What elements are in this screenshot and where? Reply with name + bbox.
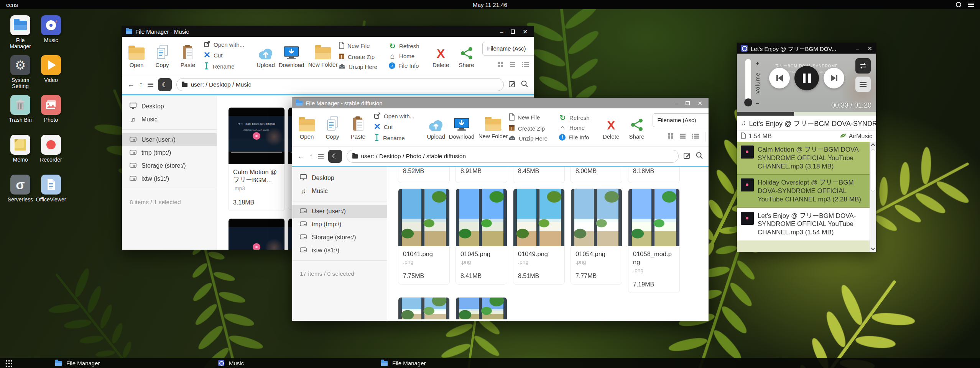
sidebar-item-ixtw-drive[interactable]: ixtw (is1:/) — [122, 172, 217, 185]
taskbar-item-file-manager-1[interactable]: File Manager — [20, 358, 183, 368]
unzip-here-button[interactable]: Unzip Here — [339, 64, 377, 70]
titlebar[interactable]: File Manager - Music – ✕ — [122, 26, 534, 37]
share-button[interactable]: Share — [627, 115, 647, 140]
dark-mode-toggle[interactable]: ☾ — [328, 150, 342, 163]
upload-button[interactable]: Upload — [426, 115, 446, 140]
sort-dropdown[interactable]: Filename (Asc) — [482, 42, 534, 56]
delete-button[interactable]: X Delete — [431, 44, 451, 68]
close-button[interactable]: ✕ — [867, 46, 872, 51]
desktop-icon-serverless[interactable]: σ Serverless — [5, 175, 35, 214]
file-info-button[interactable]: i File Info — [559, 134, 590, 141]
sidebar-item-ixtw-drive[interactable]: ixtw (is1:/) — [292, 244, 387, 257]
sidebar-item-tmp-drive[interactable]: tmp (tmp:/) — [122, 146, 217, 159]
volume-knob[interactable] — [744, 98, 752, 106]
view-list-button[interactable] — [680, 133, 686, 140]
file-card-partial[interactable]: 8.18MB — [628, 167, 680, 183]
paste-button[interactable]: Paste — [178, 44, 198, 68]
rename-button[interactable]: Rename — [374, 134, 414, 142]
file-card-partial[interactable]: 8.91MB — [455, 167, 507, 183]
playlist-item-current[interactable]: Let's Enjoy @ フリーBGM DOVA-SYNDROME OFFIC… — [737, 208, 876, 240]
upload-button[interactable]: Upload — [256, 44, 276, 68]
file-card-partial[interactable]: 8.45MB — [513, 167, 565, 183]
file-card-partial[interactable] — [398, 297, 450, 319]
new-folder-button[interactable]: + New Folder — [483, 115, 503, 139]
back-button[interactable]: ← — [127, 80, 135, 89]
playlist-scrollbar[interactable] — [870, 142, 876, 252]
refresh-button[interactable]: ↻ Refresh — [389, 43, 419, 50]
titlebar[interactable]: File Manager - stable diffusion – ✕ — [292, 98, 709, 108]
view-grid-button[interactable] — [497, 61, 503, 69]
file-card-01058-mod[interactable]: 01058_mod.png .png 7.19MB — [628, 188, 680, 293]
playlist-menu-button[interactable] — [855, 77, 871, 92]
file-card[interactable] — [228, 218, 285, 250]
desktop-icon-memo[interactable]: Memo — [5, 135, 35, 175]
app-launcher-button[interactable] — [5, 359, 12, 367]
view-detail-button[interactable] — [692, 133, 699, 140]
desktop-icon-trash-bin[interactable]: Trash Bin — [5, 95, 35, 135]
titlebar[interactable]: Let's Enjoy @ フリーBGM DOV... – ✕ — [737, 43, 876, 54]
close-button[interactable]: ✕ — [697, 100, 702, 106]
playlist-item[interactable]: Holiday Overslept @ フリーBGM DOVA-SYNDROME… — [737, 175, 876, 208]
desktop-icon-officeviewer[interactable]: OfficeViewer — [36, 175, 66, 214]
file-card-partial[interactable] — [455, 297, 507, 319]
scroll-down-icon[interactable] — [871, 246, 875, 250]
search-icon[interactable] — [521, 80, 528, 89]
up-button[interactable]: ↑ — [139, 80, 143, 89]
taskbar-item-music[interactable]: Music — [183, 358, 346, 368]
taskbar-item-file-manager-2[interactable]: File Manager — [346, 358, 509, 368]
download-button[interactable]: Download — [281, 44, 301, 68]
home-button[interactable]: ⌂ Home — [389, 52, 419, 60]
minimize-button[interactable]: – — [675, 100, 678, 106]
previous-track-button[interactable] — [769, 68, 790, 88]
create-zip-button[interactable]: Create Zip — [339, 53, 377, 61]
menu-icon[interactable] — [318, 154, 324, 159]
close-button[interactable]: ✕ — [523, 29, 528, 34]
open-with-button[interactable]: Open with... — [374, 112, 414, 120]
back-button[interactable]: ← — [298, 152, 305, 160]
sidebar-item-music[interactable]: ♫ Music — [122, 113, 217, 126]
session-spinner-icon[interactable] — [956, 2, 961, 7]
minimize-button[interactable]: – — [500, 29, 503, 34]
refresh-button[interactable]: ↻ Refresh — [559, 114, 590, 121]
pause-button[interactable] — [794, 66, 819, 90]
path-input[interactable]: user: / Desktop / Music — [176, 78, 504, 91]
maximize-button[interactable] — [511, 29, 515, 34]
desktop-icon-video[interactable]: Video — [36, 55, 66, 95]
sidebar-item-music[interactable]: ♫ Music — [292, 185, 387, 198]
path-input[interactable]: user: / Desktop / Photo / stable diffusi… — [347, 150, 679, 163]
volume-slider[interactable]: + Volume − — [745, 59, 761, 107]
sidebar-item-desktop[interactable]: Desktop — [292, 172, 387, 185]
progress-bar[interactable] — [737, 112, 876, 116]
new-file-button[interactable]: New File — [509, 113, 548, 122]
file-card-01049[interactable]: 01049.png .png 8.51MB — [513, 188, 565, 285]
sidebar-item-storage-drive[interactable]: Storage (store:/) — [292, 231, 387, 244]
new-folder-button[interactable]: + New Folder — [313, 43, 333, 68]
rename-button[interactable]: Rename — [204, 62, 244, 71]
create-zip-button[interactable]: Create Zip — [509, 124, 548, 132]
sidebar-item-desktop[interactable]: Desktop — [122, 100, 217, 113]
scroll-up-icon[interactable] — [871, 143, 875, 147]
desktop-icon-photo[interactable]: Photo — [36, 95, 66, 135]
system-menu-icon[interactable] — [968, 3, 974, 7]
file-info-button[interactable]: i File Info — [389, 62, 419, 69]
up-button[interactable]: ↑ — [309, 152, 313, 160]
sidebar-item-storage-drive[interactable]: Storage (store:/) — [122, 159, 217, 172]
file-card-01045[interactable]: 01045.png .png 8.41MB — [455, 188, 507, 285]
minimize-button[interactable]: – — [856, 46, 859, 51]
home-button[interactable]: ⌂ Home — [559, 124, 590, 131]
dark-mode-toggle[interactable]: ☾ — [158, 78, 172, 91]
volume-track[interactable] — [745, 59, 751, 104]
copy-button[interactable]: Copy — [322, 115, 342, 140]
desktop-icon-file-manager[interactable]: File Manager — [5, 15, 35, 55]
view-grid-button[interactable] — [668, 133, 674, 140]
cut-button[interactable]: Cut — [204, 51, 244, 59]
playlist-item[interactable]: Calm Motion @ フリーBGM DOVA-SYNDROME OFFIC… — [737, 142, 876, 175]
view-detail-button[interactable] — [522, 62, 529, 68]
file-card-01054[interactable]: 01054.png .png 7.77MB — [571, 188, 622, 285]
open-with-button[interactable]: Open with... — [204, 41, 244, 49]
download-button[interactable]: Download — [452, 115, 472, 140]
cut-button[interactable]: Cut — [374, 123, 414, 131]
maximize-button[interactable] — [686, 101, 690, 105]
unzip-here-button[interactable]: Unzip Here — [509, 135, 548, 142]
sidebar-item-user-drive[interactable]: User (user:/) — [122, 133, 217, 146]
